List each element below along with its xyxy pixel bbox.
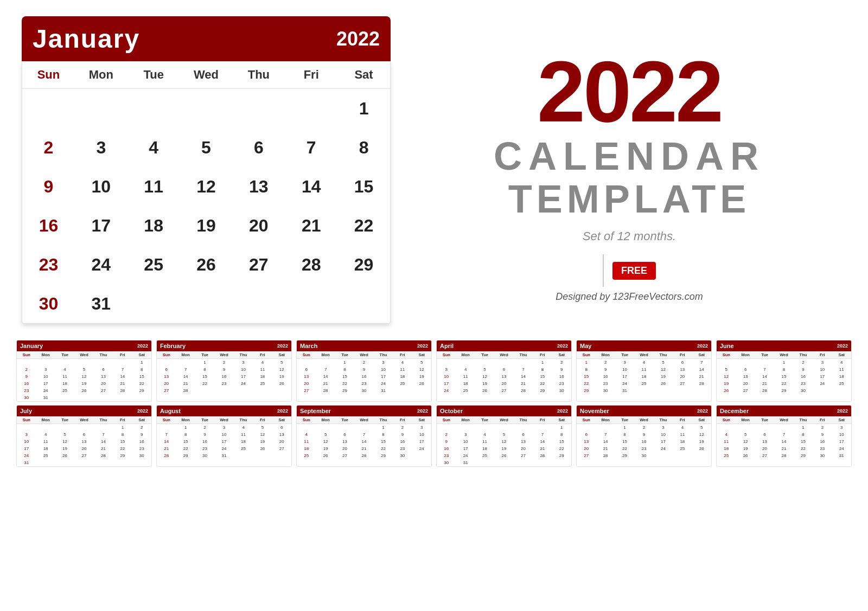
- small-day-header: Mon: [176, 416, 195, 423]
- small-calendars-section: January2022SunMonTueWedThuFriSat12345678…: [0, 335, 868, 472]
- small-day-cell: 28: [113, 387, 132, 394]
- small-day-cell: 24: [615, 380, 634, 387]
- small-day-cell: 24: [832, 445, 851, 452]
- small-day-header: Tue: [475, 416, 494, 423]
- small-day-cell: 16: [437, 445, 456, 452]
- small-day-header: Fri: [393, 351, 412, 358]
- small-calendars-row-2: July2022SunMonTueWedThuFriSat12345678910…: [16, 405, 852, 467]
- small-day-cell: 12: [736, 438, 755, 445]
- subtitle: Set of 12 months.: [583, 229, 676, 243]
- small-day-cell: 11: [832, 366, 851, 373]
- small-day-header: Mon: [316, 351, 335, 358]
- small-empty-cell: [596, 424, 615, 431]
- small-day-cell: 26: [55, 452, 74, 459]
- small-year-num: 2022: [557, 343, 568, 349]
- small-day-cell: 10: [17, 438, 36, 445]
- small-day-cell: 18: [634, 373, 653, 380]
- small-day-cell: 24: [654, 445, 673, 452]
- small-day-cell: 2: [393, 424, 412, 431]
- small-day-header: Wed: [74, 351, 93, 358]
- small-day-header: Fri: [673, 351, 692, 358]
- small-day-cell: 1: [552, 424, 571, 431]
- small-day-header: Wed: [634, 351, 653, 358]
- small-day-cell: 6: [74, 431, 93, 438]
- small-day-cell: 18: [36, 445, 55, 452]
- small-day-header: Sat: [132, 416, 151, 423]
- small-day-cell: 13: [297, 373, 316, 380]
- small-day-cell: 7: [113, 366, 132, 373]
- small-day-cell: 31: [374, 387, 393, 394]
- small-day-cell: 22: [533, 380, 552, 387]
- small-day-cell: 29: [113, 452, 132, 459]
- small-day-cell: 1: [374, 424, 393, 431]
- small-day-cell: 23: [393, 445, 412, 452]
- small-day-cell: 14: [514, 373, 533, 380]
- small-day-cell: 27: [494, 387, 513, 394]
- small-cal-header: January2022: [17, 340, 151, 351]
- small-day-cell: 8: [335, 366, 354, 373]
- small-day-cell: 13: [755, 438, 774, 445]
- small-day-header: Mon: [176, 351, 195, 358]
- small-day-cell: 22: [132, 380, 151, 387]
- small-day-cell: 2: [354, 359, 373, 366]
- small-day-cell: 8: [615, 431, 634, 438]
- small-day-cell: 8: [577, 366, 596, 373]
- large-day-cell: 21: [285, 206, 337, 245]
- small-day-cell: 21: [514, 380, 533, 387]
- small-empty-cell: [316, 359, 335, 366]
- small-empty-cell: [17, 359, 36, 366]
- small-month-name: September: [300, 408, 331, 414]
- large-day-cell: 20: [232, 206, 285, 245]
- small-day-cell: 22: [774, 380, 793, 387]
- small-day-cell: 17: [654, 438, 673, 445]
- small-empty-cell: [437, 424, 456, 431]
- small-day-cell: 17: [412, 438, 431, 445]
- small-day-cell: 29: [794, 452, 813, 459]
- small-day-header: Fri: [113, 416, 132, 423]
- small-cal-grid: 1234567891011121314151617181920212223242…: [297, 359, 431, 394]
- small-day-cell: 23: [354, 380, 373, 387]
- small-calendar-december: December2022SunMonTueWedThuFriSat1234567…: [716, 405, 852, 467]
- small-day-cell: 7: [514, 366, 533, 373]
- small-day-cell: 27: [74, 452, 93, 459]
- large-day-cell: 31: [75, 284, 127, 323]
- large-day-cell: 29: [337, 245, 390, 284]
- small-month-name: February: [160, 343, 186, 349]
- small-empty-cell: [297, 359, 316, 366]
- small-day-cell: 17: [214, 438, 233, 445]
- small-day-cell: 15: [774, 373, 793, 380]
- small-day-cell: 4: [456, 366, 475, 373]
- small-year-num: 2022: [697, 343, 708, 349]
- small-day-cell: 12: [253, 431, 272, 438]
- small-empty-cell: [354, 424, 373, 431]
- small-day-cell: 8: [774, 366, 793, 373]
- small-day-cell: 29: [132, 387, 151, 394]
- small-day-cell: 3: [456, 431, 475, 438]
- small-day-cell: 6: [494, 366, 513, 373]
- small-cal-grid: 1234567891011121314151617181920212223242…: [297, 424, 431, 459]
- small-day-cell: 4: [234, 424, 253, 431]
- small-calendar-february: February2022SunMonTueWedThuFriSat1234567…: [156, 340, 292, 402]
- small-cal-header: October2022: [437, 406, 571, 416]
- large-day-cell: 25: [127, 245, 180, 284]
- small-days-row: SunMonTueWedThuFriSat: [577, 416, 711, 424]
- small-year-num: 2022: [137, 408, 148, 414]
- small-day-cell: 16: [813, 438, 832, 445]
- small-day-cell: 8: [374, 431, 393, 438]
- small-empty-cell: [113, 359, 132, 366]
- small-day-cell: 25: [55, 387, 74, 394]
- small-day-header: Tue: [55, 416, 74, 423]
- small-day-cell: 19: [253, 438, 272, 445]
- small-day-cell: 4: [55, 366, 74, 373]
- small-day-header: Thu: [654, 351, 673, 358]
- small-day-cell: 20: [297, 380, 316, 387]
- small-day-cell: 11: [717, 438, 736, 445]
- small-day-cell: 23: [794, 380, 813, 387]
- small-day-header: Thu: [234, 416, 253, 423]
- small-day-cell: 3: [813, 359, 832, 366]
- small-day-cell: 9: [132, 431, 151, 438]
- small-day-cell: 9: [813, 431, 832, 438]
- small-day-cell: 9: [596, 366, 615, 373]
- small-year-num: 2022: [417, 343, 428, 349]
- small-day-cell: 1: [132, 359, 151, 366]
